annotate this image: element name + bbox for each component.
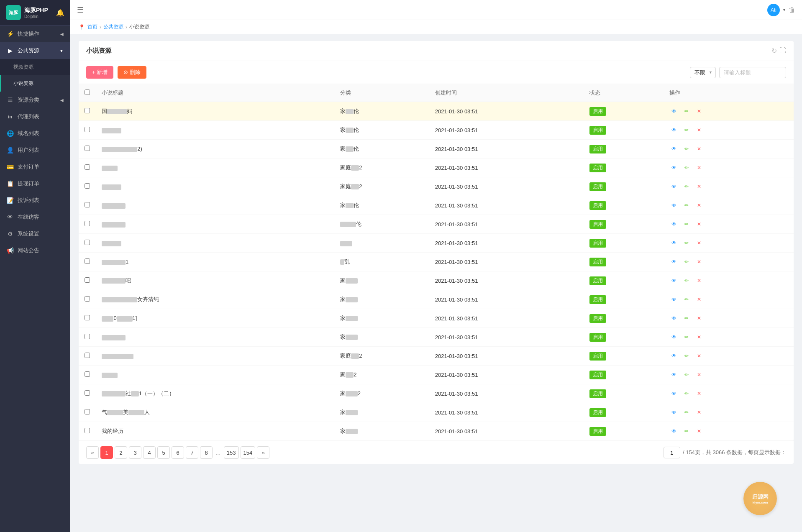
view-icon[interactable]: 👁 xyxy=(669,238,679,248)
row-checkbox[interactable] xyxy=(85,428,90,433)
view-icon[interactable]: 👁 xyxy=(669,370,679,379)
view-icon[interactable]: 👁 xyxy=(669,220,679,229)
edit-icon[interactable]: ✏ xyxy=(682,332,691,342)
edit-icon[interactable]: ✏ xyxy=(682,257,691,266)
row-checkbox[interactable] xyxy=(85,315,90,320)
avatar[interactable]: Ati xyxy=(767,4,780,16)
row-checkbox[interactable] xyxy=(85,296,90,302)
sidebar-item-quick-ops[interactable]: ⚡ 快捷操作 ◀ xyxy=(0,26,70,42)
sidebar-item-proxy-list[interactable]: in 代理列表 xyxy=(0,108,70,125)
page-5-button[interactable]: 5 xyxy=(157,446,170,459)
row-checkbox[interactable] xyxy=(85,240,90,245)
row-checkbox[interactable] xyxy=(85,371,90,377)
sidebar-item-novel-resources[interactable]: 小说资源 xyxy=(0,75,70,92)
page-6-button[interactable]: 6 xyxy=(172,446,184,459)
view-icon[interactable]: 👁 xyxy=(669,144,679,153)
page-8-button[interactable]: 8 xyxy=(200,446,213,459)
delete-row-icon[interactable]: ✕ xyxy=(694,220,704,229)
expand-icon[interactable]: ⛶ xyxy=(779,47,786,55)
delete-row-icon[interactable]: ✕ xyxy=(694,201,704,210)
sidebar-item-sys-settings[interactable]: ⚙ 系统设置 xyxy=(0,225,70,242)
row-checkbox[interactable] xyxy=(85,353,90,358)
edit-icon[interactable]: ✏ xyxy=(682,182,691,191)
sidebar-item-public-resources[interactable]: ▶ 公共资源 ▼ xyxy=(0,42,70,59)
row-checkbox[interactable] xyxy=(85,202,90,207)
row-checkbox[interactable] xyxy=(85,221,90,226)
select-all-checkbox[interactable] xyxy=(85,90,90,95)
edit-icon[interactable]: ✏ xyxy=(682,144,691,153)
row-checkbox[interactable] xyxy=(85,258,90,264)
delete-row-icon[interactable]: ✕ xyxy=(694,295,704,304)
edit-icon[interactable]: ✏ xyxy=(682,370,691,379)
delete-row-icon[interactable]: ✕ xyxy=(694,276,704,285)
edit-icon[interactable]: ✏ xyxy=(682,220,691,229)
sidebar-item-domain-list[interactable]: 🌐 域名列表 xyxy=(0,125,70,142)
delete-row-icon[interactable]: ✕ xyxy=(694,125,704,135)
sidebar-item-withdraw-order[interactable]: 📋 提现订单 xyxy=(0,175,70,192)
delete-row-icon[interactable]: ✕ xyxy=(694,427,704,436)
breadcrumb-public-resources[interactable]: 公共资源 xyxy=(103,23,123,31)
refresh-icon[interactable]: ↻ xyxy=(771,47,777,55)
next-page-button[interactable]: » xyxy=(257,446,269,459)
row-checkbox[interactable] xyxy=(85,146,90,151)
sidebar-item-online-visit[interactable]: 👁 在线访客 xyxy=(0,209,70,225)
edit-icon[interactable]: ✏ xyxy=(682,295,691,304)
view-icon[interactable]: 👁 xyxy=(669,351,679,361)
breadcrumb-home[interactable]: 首页 xyxy=(87,23,97,31)
row-checkbox[interactable] xyxy=(85,334,90,339)
page-jump-input[interactable] xyxy=(664,447,680,458)
delete-row-icon[interactable]: ✕ xyxy=(694,163,704,172)
delete-row-icon[interactable]: ✕ xyxy=(694,351,704,361)
delete-row-icon[interactable]: ✕ xyxy=(694,332,704,342)
delete-row-icon[interactable]: ✕ xyxy=(694,314,704,323)
delete-row-icon[interactable]: ✕ xyxy=(694,257,704,266)
sidebar-item-video-resources[interactable]: 视频资源 xyxy=(0,59,70,75)
view-icon[interactable]: 👁 xyxy=(669,276,679,285)
row-checkbox[interactable] xyxy=(85,108,90,113)
view-icon[interactable]: 👁 xyxy=(669,332,679,342)
view-icon[interactable]: 👁 xyxy=(669,295,679,304)
sidebar-item-resource-classify[interactable]: ☰ 资源分类 ◀ xyxy=(0,92,70,108)
new-button[interactable]: + 新增 xyxy=(86,66,113,79)
edit-icon[interactable]: ✏ xyxy=(682,107,691,116)
view-icon[interactable]: 👁 xyxy=(669,408,679,417)
page-7-button[interactable]: 7 xyxy=(186,446,198,459)
sidebar-item-complaint-list[interactable]: 📝 投诉列表 xyxy=(0,192,70,209)
edit-icon[interactable]: ✏ xyxy=(682,389,691,398)
sidebar-item-site-notice[interactable]: 📢 网站公告 xyxy=(0,242,70,259)
edit-icon[interactable]: ✏ xyxy=(682,125,691,135)
page-1-button[interactable]: 1 xyxy=(100,446,113,459)
edit-icon[interactable]: ✏ xyxy=(682,238,691,248)
view-icon[interactable]: 👁 xyxy=(669,389,679,398)
edit-icon[interactable]: ✏ xyxy=(682,427,691,436)
view-icon[interactable]: 👁 xyxy=(669,125,679,135)
page-153-button[interactable]: 153 xyxy=(224,446,239,459)
delete-row-icon[interactable]: ✕ xyxy=(694,182,704,191)
row-checkbox[interactable] xyxy=(85,127,90,132)
bell-icon[interactable]: 🔔 xyxy=(56,9,64,17)
row-checkbox[interactable] xyxy=(85,277,90,283)
status-filter[interactable]: 不限 启用 禁用 xyxy=(690,67,716,78)
delete-button[interactable]: ⊘ 删除 xyxy=(118,66,146,79)
search-input[interactable] xyxy=(719,67,786,78)
sidebar-item-user-list[interactable]: 👤 用户列表 xyxy=(0,142,70,159)
delete-row-icon[interactable]: ✕ xyxy=(694,389,704,398)
delete-row-icon[interactable]: ✕ xyxy=(694,408,704,417)
menu-toggle-icon[interactable]: ☰ xyxy=(77,5,84,15)
edit-icon[interactable]: ✏ xyxy=(682,276,691,285)
sidebar-item-pay-order[interactable]: 💳 支付订单 xyxy=(0,159,70,175)
delete-row-icon[interactable]: ✕ xyxy=(694,238,704,248)
page-2-button[interactable]: 2 xyxy=(115,446,127,459)
row-checkbox[interactable] xyxy=(85,164,90,170)
page-154-button[interactable]: 154 xyxy=(241,446,256,459)
view-icon[interactable]: 👁 xyxy=(669,314,679,323)
delete-row-icon[interactable]: ✕ xyxy=(694,144,704,153)
view-icon[interactable]: 👁 xyxy=(669,257,679,266)
edit-icon[interactable]: ✏ xyxy=(682,351,691,361)
edit-icon[interactable]: ✏ xyxy=(682,201,691,210)
prev-page-button[interactable]: « xyxy=(86,446,99,459)
view-icon[interactable]: 👁 xyxy=(669,163,679,172)
view-icon[interactable]: 👁 xyxy=(669,182,679,191)
page-4-button[interactable]: 4 xyxy=(143,446,156,459)
avatar-dropdown-icon[interactable]: ▾ xyxy=(783,8,785,12)
